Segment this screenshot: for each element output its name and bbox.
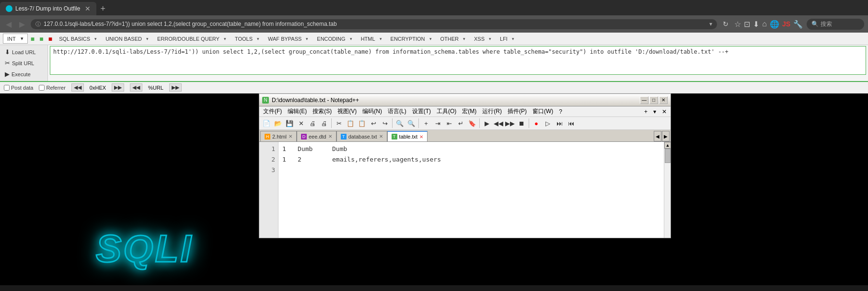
copy-button[interactable]: 📋 [345,118,356,128]
pct-encode-button[interactable]: ◀◀ [130,83,142,92]
scroll-up-button[interactable]: ▲ [664,142,671,149]
paste-button[interactable]: 📋 [357,118,367,128]
file-tab-dtd[interactable]: D eee.dtd ✕ [297,131,336,141]
menu-tools[interactable]: 工具(O) [435,107,458,116]
record-button[interactable]: ● [531,118,542,128]
maximize-button[interactable]: □ [649,96,658,104]
menu-language[interactable]: 语言(L) [386,107,408,116]
html-tab-close[interactable]: ✕ [289,134,292,139]
download-icon[interactable]: ⬇ [753,20,759,29]
menu-plugin[interactable]: 插件(P) [506,107,529,116]
encoding-menu[interactable]: ENCODING ▾ [313,34,356,44]
macro2-button[interactable]: ⏮ [566,118,576,128]
type-select[interactable]: INT ▾ [3,34,28,44]
find2-button[interactable]: 🔍 [406,118,417,128]
bookmark-button[interactable]: 🔖 [467,118,477,128]
find-button[interactable]: 🔍 [394,118,405,128]
menu-settings[interactable]: 设置(T) [410,107,433,116]
menu-close-icon[interactable]: ✕ [660,108,669,116]
tools-menu[interactable]: TOOLS ▾ [231,34,263,44]
tab-scroll-left[interactable]: ◀ [654,131,661,141]
run-button[interactable]: ▶ [482,118,492,128]
scroll-thumb[interactable] [665,149,671,163]
bookmark-icon[interactable]: ☆ [734,20,741,29]
file-tab-html[interactable]: H 2.html ✕ [260,131,297,141]
menu-help[interactable]: ? [557,108,564,116]
menu-run[interactable]: 运行(R) [480,107,504,116]
split-url-button[interactable]: ✂ Split URL [1,58,46,68]
load-url-button[interactable]: ⬇ Load URL [1,47,46,57]
minimize-button[interactable]: — [640,96,648,104]
redo-button[interactable]: ↪ [380,118,390,128]
html-menu[interactable]: HTML ▾ [357,34,386,44]
referrer-checkbox[interactable] [39,85,45,91]
print2-button[interactable]: 🖨 [319,118,329,128]
globe-icon[interactable]: 🌐 [770,20,779,29]
file-tab-database[interactable]: T database.txt ✕ [336,131,387,141]
js-icon[interactable]: JS [782,20,790,28]
lfi-menu[interactable]: LFI ▾ [496,34,518,44]
union-based-menu[interactable]: UNION BASED ▾ [102,34,152,44]
indent-button[interactable]: ⇥ [432,118,443,128]
reload-button[interactable]: ↻ [721,19,730,29]
editor-content[interactable]: 1 Dumb Dumb 1 2 emails,referers,uagents,… [278,142,664,238]
home-icon[interactable]: ⌂ [762,20,767,28]
hex-encode-button[interactable]: ◀◀ [71,83,84,92]
execute-button[interactable]: ▶ Execute [1,69,46,79]
play-button[interactable]: ▷ [543,118,553,128]
menu-view[interactable]: 视图(V) [336,107,359,116]
zoom-in-button[interactable]: + [421,118,431,128]
back-button[interactable]: ◀ [4,19,13,30]
print-button[interactable]: 🖨 [307,118,318,128]
referrer-label[interactable]: Referrer [39,85,65,91]
url-input[interactable]: http://127.0.0.1/sqli-labs/Less-7/?id=1'… [50,46,866,75]
wrap-button[interactable]: ↵ [455,118,466,128]
xss-menu[interactable]: XSS ▾ [470,34,495,44]
close-file-button[interactable]: ✕ [296,118,306,128]
sync-icon[interactable]: ⊡ [744,20,750,29]
post-data-label[interactable]: Post data [4,85,33,91]
save-file-button[interactable]: 💾 [284,118,295,128]
menu-macro[interactable]: 宏(M) [460,107,478,116]
type-dropdown-icon[interactable]: ▾ [19,35,25,43]
next-button[interactable]: ▶▶ [505,118,515,128]
menu-dropdown-arrow[interactable]: ▾ [651,108,658,116]
search-bar[interactable]: 🔍 搜索 [807,19,864,30]
browser-tab[interactable]: Less-7/ Dump into Outfile ✕ [0,2,96,15]
post-data-checkbox[interactable] [4,85,10,91]
undo-button[interactable]: ↩ [368,118,379,128]
error-double-query-menu[interactable]: ERROR/DOUBLE QUERY ▾ [153,34,230,44]
menu-file[interactable]: 文件(F) [261,107,284,116]
txt-tab-close[interactable]: ✕ [419,134,423,140]
cut-button[interactable]: ✂ [334,118,344,128]
macro-button[interactable]: ⏭ [554,118,565,128]
menu-plus-icon[interactable]: + [642,108,649,116]
file-tab-table[interactable]: T table.txt ✕ [387,131,428,141]
stop-button[interactable]: ⏹ [516,118,527,128]
hex-decode-button[interactable]: ▶▶ [112,83,124,92]
sql-basics-menu[interactable]: SQL BASICS ▾ [55,34,101,44]
menu-search[interactable]: 搜索(S) [311,107,334,116]
tab-scroll-right[interactable]: ▶ [662,131,670,141]
outdent-button[interactable]: ⇤ [444,118,454,128]
menu-window[interactable]: 窗口(W) [531,107,555,116]
other-menu[interactable]: OTHER ▾ [437,34,470,44]
menu-edit[interactable]: 编辑(E) [286,107,309,116]
dtd-tab-close[interactable]: ✕ [328,134,332,139]
db-tab-close[interactable]: ✕ [379,134,383,139]
forward-button[interactable]: ▶ [17,19,27,30]
extension-icon[interactable]: 🔧 [793,20,803,29]
new-tab-button[interactable]: + [96,3,109,15]
waf-bypass-menu[interactable]: WAF BYPASS ▾ [264,34,312,44]
menu-encode[interactable]: 编码(N) [360,107,384,116]
url-dropdown-icon[interactable]: ▾ [709,21,712,27]
open-file-button[interactable]: 📂 [273,118,283,128]
new-file-button[interactable]: 📄 [261,118,272,128]
pct-decode-button[interactable]: ▶▶ [169,83,182,92]
tab-close-button[interactable]: ✕ [85,5,91,12]
editor-scrollbar[interactable]: ▲ [664,142,671,238]
notepad-close-button[interactable]: ✕ [659,96,668,104]
url-container[interactable]: ⓘ 127.0.0.1/sqli-labs/Less-7/?id=1')) un… [31,19,717,29]
prev-button[interactable]: ◀◀ [493,118,504,128]
encryption-menu[interactable]: ENCRYPTION ▾ [387,34,436,44]
